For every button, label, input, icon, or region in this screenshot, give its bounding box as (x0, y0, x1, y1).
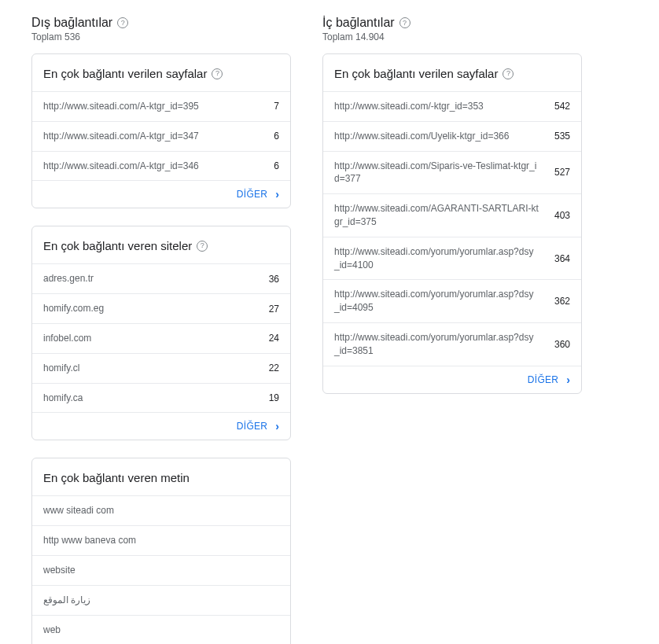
row-label: زيارة الموقع (43, 594, 279, 607)
chevron-right-icon: › (275, 189, 279, 200)
row-value: 6 (256, 160, 279, 171)
row-value: 36 (256, 274, 279, 285)
row-value: 403 (547, 210, 570, 221)
row-value: 362 (547, 296, 570, 307)
help-icon[interactable]: ? (399, 17, 410, 28)
table-row[interactable]: http://www.siteadi.com/Uyelik-ktgr_id=36… (323, 121, 581, 151)
help-icon[interactable]: ? (117, 17, 128, 28)
table-row[interactable]: http://www.siteadi.com/yorum/yorumlar.as… (323, 322, 581, 366)
table-row[interactable]: http://www.siteadi.com/AGARANTI-SARTLARI… (323, 193, 581, 237)
row-label: http://www.siteadi.com/yorum/yorumlar.as… (334, 331, 547, 358)
card-title: En çok bağlantı veren siteler (43, 239, 192, 252)
row-value: 535 (547, 131, 570, 142)
row-value: 364 (547, 253, 570, 264)
row-label: homify.cl (43, 362, 256, 375)
row-label: http www baneva com (43, 534, 279, 547)
row-value: 527 (547, 167, 570, 178)
more-label: DİĞER (528, 374, 559, 385)
more-label: DİĞER (237, 189, 268, 200)
row-value: 542 (547, 101, 570, 112)
table-row[interactable]: http://www.siteadi.com/yorum/yorumlar.as… (323, 237, 581, 280)
row-label: http://www.siteadi.com/A-ktgr_id=347 (43, 130, 256, 143)
table-row[interactable]: homify.ca 19 (32, 383, 290, 413)
table-row[interactable]: http://www.siteadi.com/A-ktgr_id=347 6 (32, 121, 290, 151)
internal-links-column: İç bağlantılar ? Toplam 14.904 En çok ba… (322, 16, 582, 411)
row-label: http://www.siteadi.com/A-ktgr_id=346 (43, 160, 256, 173)
row-label: homify.ca (43, 392, 256, 405)
row-value: 19 (256, 392, 279, 403)
row-value: 24 (256, 333, 279, 344)
row-label: www siteadi com (43, 504, 279, 517)
help-icon[interactable]: ? (503, 68, 514, 79)
row-value: 360 (547, 339, 570, 350)
external-links-header: Dış bağlantılar ? Toplam 536 (31, 16, 291, 42)
chevron-right-icon: › (275, 421, 279, 432)
row-label: website (43, 564, 279, 577)
table-row[interactable]: www siteadi com (32, 495, 290, 525)
help-icon[interactable]: ? (212, 68, 223, 79)
more-label: DİĞER (237, 421, 268, 432)
table-row[interactable]: http://www.siteadi.com/yorum/yorumlar.as… (323, 279, 581, 322)
more-button[interactable]: DİĞER › (323, 366, 581, 393)
row-label: http://www.siteadi.com/-ktgr_id=353 (334, 100, 547, 113)
card-title: En çok bağlantı veren metin (43, 471, 190, 484)
row-value: 22 (256, 362, 279, 374)
table-row[interactable]: http://www.siteadi.com/Siparis-ve-Teslim… (323, 151, 581, 194)
row-label: http://www.siteadi.com/A-ktgr_id=395 (43, 100, 256, 113)
internal-links-title: İç bağlantılar (322, 16, 395, 30)
row-value: 7 (256, 101, 279, 112)
table-row[interactable]: web (32, 615, 290, 644)
top-linking-text-card: En çok bağlantı veren metin www siteadi … (31, 458, 291, 644)
table-row[interactable]: adres.gen.tr 36 (32, 263, 290, 293)
row-value: 27 (256, 304, 279, 315)
row-label: http://www.siteadi.com/yorum/yorumlar.as… (334, 288, 547, 315)
chevron-right-icon: › (566, 374, 570, 385)
table-row[interactable]: http://www.siteadi.com/A-ktgr_id=395 7 (32, 91, 290, 121)
table-row[interactable]: http://www.siteadi.com/A-ktgr_id=346 6 (32, 151, 290, 181)
external-links-title: Dış bağlantılar (31, 16, 112, 30)
internal-links-subtitle: Toplam 14.904 (322, 31, 582, 42)
row-label: http://www.siteadi.com/Siparis-ve-Teslim… (334, 160, 547, 186)
card-title: En çok bağlantı verilen sayfalar (334, 67, 498, 80)
row-label: adres.gen.tr (43, 272, 256, 285)
table-row[interactable]: http://www.siteadi.com/-ktgr_id=353 542 (323, 91, 581, 121)
row-label: homify.com.eg (43, 302, 256, 315)
top-linking-sites-card: En çok bağlantı veren siteler ? adres.ge… (31, 226, 291, 440)
external-links-column: Dış bağlantılar ? Toplam 536 En çok bağl… (31, 16, 291, 644)
table-row[interactable]: homify.com.eg 27 (32, 293, 290, 323)
table-row[interactable]: http www baneva com (32, 525, 290, 555)
more-button[interactable]: DİĞER › (32, 412, 290, 440)
table-row[interactable]: homify.cl 22 (32, 353, 290, 383)
row-label: infobel.com (43, 332, 256, 345)
more-button[interactable]: DİĞER › (32, 180, 290, 208)
row-value: 6 (256, 131, 279, 142)
external-links-subtitle: Toplam 536 (31, 31, 291, 42)
row-label: http://www.siteadi.com/yorum/yorumlar.as… (334, 245, 547, 272)
table-row[interactable]: infobel.com 24 (32, 323, 290, 353)
card-title: En çok bağlantı verilen sayfalar (43, 67, 207, 80)
row-label: http://www.siteadi.com/Uyelik-ktgr_id=36… (334, 130, 547, 143)
help-icon[interactable]: ? (197, 241, 208, 252)
internal-top-linked-pages-card: En çok bağlantı verilen sayfalar ? http:… (322, 53, 582, 394)
table-row[interactable]: زيارة الموقع (32, 585, 290, 615)
row-label: http://www.siteadi.com/AGARANTI-SARTLARI… (334, 202, 547, 229)
top-linked-pages-card: En çok bağlantı verilen sayfalar ? http:… (31, 53, 291, 208)
internal-links-header: İç bağlantılar ? Toplam 14.904 (322, 16, 582, 42)
row-label: web (43, 624, 279, 637)
table-row[interactable]: website (32, 555, 290, 585)
